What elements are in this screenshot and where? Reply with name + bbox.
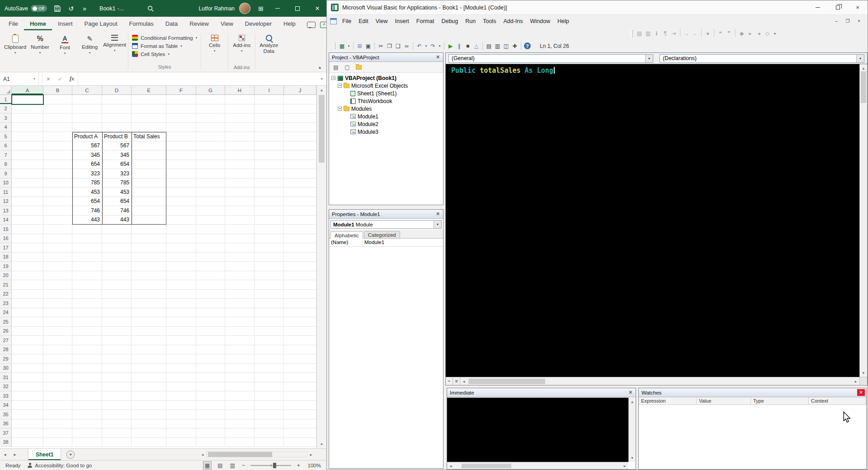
cell-F26[interactable] [166, 327, 196, 336]
cell-I33[interactable] [255, 391, 284, 401]
cell-C10[interactable]: 785 [72, 179, 102, 188]
list-properties-icon[interactable]: ▤ [635, 29, 644, 38]
name-box[interactable]: A1 ▾ [0, 72, 39, 85]
cell-J20[interactable] [284, 271, 316, 281]
user-name[interactable]: Lutfor Rahman [199, 5, 235, 12]
row-header-12[interactable]: 12 [0, 197, 12, 207]
cell-D11[interactable]: 453 [102, 188, 132, 197]
collapse-toggle-icon[interactable] [338, 84, 342, 88]
immediate-hscroll-left-icon[interactable]: ◂ [447, 464, 454, 468]
cell-F15[interactable] [166, 225, 196, 234]
ribbon-button-alignment[interactable]: Alignment▾ [102, 33, 127, 71]
cell-I9[interactable] [255, 169, 284, 179]
cell-E6[interactable] [132, 141, 166, 151]
cell-H28[interactable] [225, 345, 255, 355]
immediate-scroll-up-icon[interactable]: ▲ [629, 398, 636, 406]
comment-block-icon[interactable]: ❝ [716, 29, 725, 38]
cell-B23[interactable] [43, 299, 72, 308]
code-vscroll-thumb[interactable] [861, 71, 866, 103]
properties-object-selector[interactable]: Module1 Module ▼ [330, 220, 442, 229]
split-view-icon[interactable]: ≡ [446, 377, 453, 385]
cell-E16[interactable] [132, 234, 166, 244]
cell-H6[interactable] [225, 141, 255, 151]
cell-E29[interactable] [132, 354, 166, 364]
full-view-icon[interactable]: ≣ [453, 377, 460, 385]
code-hscroll-right-icon[interactable]: ▸ [852, 379, 859, 384]
project-explorer-icon[interactable]: ▤ [485, 42, 493, 51]
cell-B6[interactable] [43, 141, 72, 151]
cell-I30[interactable] [255, 364, 284, 373]
collapse-toggle-icon[interactable] [331, 76, 335, 80]
cell-E36[interactable] [132, 419, 166, 429]
cell-B34[interactable] [43, 401, 72, 410]
cell-I27[interactable] [255, 336, 284, 345]
cell-C12[interactable]: 654 [72, 197, 102, 207]
cell-H22[interactable] [225, 290, 255, 299]
cell-C31[interactable] [72, 373, 102, 382]
cell-C2[interactable] [72, 104, 102, 114]
vba-close-button[interactable]: × [848, 0, 868, 14]
cell-J30[interactable] [284, 364, 316, 373]
ribbon-button-cell-styles[interactable]: Cell Styles▾ [132, 51, 197, 57]
redo-dropdown-icon[interactable]: ▾ [437, 42, 442, 51]
cell-E8[interactable] [132, 160, 166, 169]
cell-E13[interactable] [132, 206, 166, 216]
property-value[interactable]: Module1 [363, 239, 443, 246]
cell-E14[interactable] [132, 216, 166, 225]
cell-I6[interactable] [255, 141, 284, 151]
row-header-37[interactable]: 37 [0, 428, 12, 438]
cell-G33[interactable] [196, 391, 225, 401]
cell-B36[interactable] [43, 419, 72, 429]
cell-C15[interactable] [72, 225, 102, 234]
cell-E22[interactable] [132, 290, 166, 299]
cell-G7[interactable] [196, 150, 225, 160]
cell-G24[interactable] [196, 308, 225, 318]
cell-J12[interactable] [284, 197, 316, 207]
cell-A8[interactable] [12, 160, 43, 169]
cell-F28[interactable] [166, 345, 196, 355]
toolbar-grip[interactable] [631, 30, 633, 38]
cell-D24[interactable] [102, 308, 132, 318]
cell-G12[interactable] [196, 197, 225, 207]
cell-G27[interactable] [196, 336, 225, 345]
find-icon[interactable]: ∞ [402, 42, 411, 51]
cell-D3[interactable] [102, 113, 132, 123]
cell-F14[interactable] [166, 216, 196, 225]
cell-F10[interactable] [166, 179, 196, 188]
cell-F37[interactable] [166, 428, 196, 438]
cell-B22[interactable] [43, 290, 72, 299]
cell-A3[interactable] [12, 113, 43, 123]
cell-I24[interactable] [255, 308, 284, 318]
cell-G29[interactable] [196, 354, 225, 364]
cell-B18[interactable] [43, 253, 72, 262]
cell-G6[interactable] [196, 141, 225, 151]
next-bookmark-icon[interactable]: ▸ [746, 29, 755, 38]
row-header-11[interactable]: 11 [0, 188, 12, 197]
cell-C32[interactable] [72, 382, 102, 392]
menu-format[interactable]: Format [413, 16, 438, 26]
cell-I3[interactable] [255, 113, 284, 123]
cell-D2[interactable] [102, 104, 132, 114]
scroll-up-icon[interactable]: ▲ [317, 86, 326, 94]
toggle-breakpoint-icon[interactable]: ● [703, 29, 712, 38]
cell-A24[interactable] [12, 308, 43, 318]
cell-A13[interactable] [12, 206, 43, 216]
cell-I37[interactable] [255, 428, 284, 438]
cell-F31[interactable] [166, 373, 196, 382]
cell-G35[interactable] [196, 410, 225, 419]
row-header-26[interactable]: 26 [0, 327, 12, 336]
row-header-1[interactable]: 1 [0, 95, 12, 104]
cell-J22[interactable] [284, 290, 316, 299]
cell-H8[interactable] [225, 160, 255, 169]
cell-A27[interactable] [12, 336, 43, 345]
cell-F35[interactable] [166, 410, 196, 419]
cell-H2[interactable] [225, 104, 255, 114]
col-header-j[interactable]: J [284, 86, 316, 94]
row-header-22[interactable]: 22 [0, 290, 12, 299]
row-header-17[interactable]: 17 [0, 243, 12, 253]
cell-B16[interactable] [43, 234, 72, 244]
cell-F13[interactable] [166, 206, 196, 216]
menu-add-ins[interactable]: Add-Ins [500, 16, 526, 26]
cell-G5[interactable] [196, 132, 225, 141]
tree-item-thisworkbook[interactable]: ThisWorkbook [329, 97, 443, 105]
